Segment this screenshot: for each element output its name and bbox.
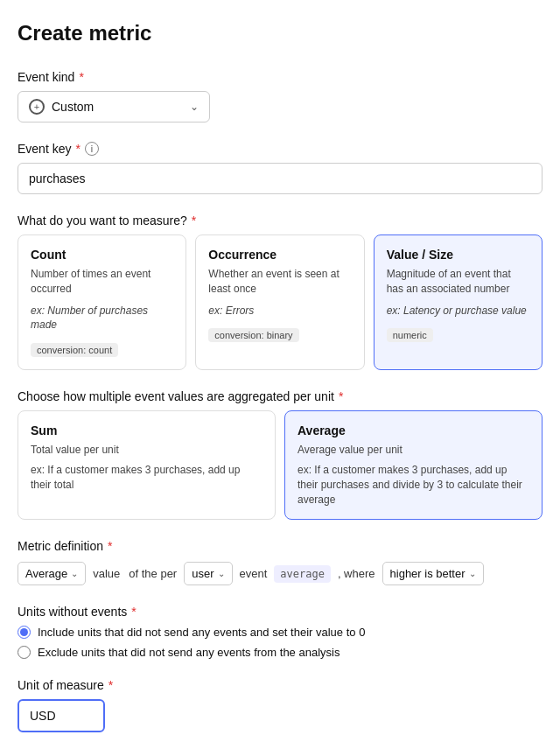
metric-def-row: Average ⌄ value of the per user ⌄ event … (18, 562, 542, 585)
units-without-events-section: Units without events * Include units tha… (18, 605, 542, 659)
agg-card-average[interactable]: Average Average value per unit ex: If a … (284, 410, 542, 520)
agg-average-desc: Average value per unit (298, 443, 529, 458)
unit-select[interactable]: user ⌄ (184, 562, 232, 585)
event-kind-value: Custom (52, 100, 94, 114)
agg-sum-desc: Total value per unit (31, 443, 262, 458)
measure-count-desc: Number of times an event occurred (31, 267, 173, 297)
agg-type-chevron: ⌄ (71, 569, 78, 578)
measure-card-occurrence[interactable]: Occurrence Whether an event is seen at l… (195, 234, 364, 370)
metric-def-required: * (108, 539, 112, 553)
unit-chevron: ⌄ (218, 569, 225, 578)
agg-sum-example: ex: If a customer makes 3 purchases, add… (31, 463, 262, 493)
units-without-events-label: Units without events * (18, 605, 542, 619)
metric-definition-section: Metric definition * Average ⌄ value of t… (18, 539, 542, 585)
aggregation-cards-row: Sum Total value per unit ex: If a custom… (18, 410, 542, 520)
agg-average-example: ex: If a customer makes 3 purchases, add… (298, 463, 529, 507)
units-radio-group: Include units that did not send any even… (18, 626, 542, 659)
event-key-section: Event key * i (18, 142, 542, 194)
measure-section: What do you want to measure? * Count Num… (18, 214, 542, 370)
agg-average-title: Average (298, 424, 529, 438)
radio-item-exclude: Exclude units that did not send any even… (18, 646, 542, 659)
per-text: of the per (127, 567, 178, 580)
radio-item-include: Include units that did not send any even… (18, 626, 542, 639)
metric-definition-label: Metric definition * (18, 539, 542, 553)
event-kind-required: * (79, 70, 83, 84)
measure-cards-row: Count Number of times an event occurred … (18, 234, 542, 370)
event-kind-dropdown[interactable]: Custom ⌄ (18, 91, 210, 122)
event-kind-label: Event kind * (18, 70, 542, 84)
radio-exclude[interactable] (18, 646, 31, 659)
measure-occurrence-badge: conversion: binary (208, 328, 298, 342)
event-key-required: * (75, 142, 80, 156)
measure-occurrence-example: ex: Errors (208, 304, 351, 318)
measure-card-count[interactable]: Count Number of times an event occurred … (18, 234, 186, 370)
measure-count-example: ex: Number of purchases made (31, 304, 173, 333)
event-badge: average (274, 565, 331, 583)
measure-occurrence-desc: Whether an event is seen at least once (208, 267, 351, 297)
unit-of-measure-section: Unit of measure * (18, 678, 542, 732)
unit-of-measure-label: Unit of measure * (18, 678, 542, 692)
units-without-events-required: * (131, 605, 136, 619)
direction-value: higher is better (390, 567, 466, 580)
event-key-label: Event key * i (18, 142, 542, 156)
page-title: Create metric (18, 21, 542, 46)
event-key-info-icon[interactable]: i (85, 142, 99, 156)
aggregation-required: * (339, 389, 343, 403)
aggregation-label: Choose how multiple event values are agg… (18, 389, 542, 403)
direction-select[interactable]: higher is better ⌄ (382, 562, 484, 585)
agg-type-value: Average (25, 567, 67, 580)
where-text: , where (336, 567, 377, 580)
measure-value-size-badge: numeric (387, 328, 433, 342)
unit-of-measure-required: * (108, 678, 113, 692)
event-text: event (238, 567, 270, 580)
radio-include-label: Include units that did not send any even… (38, 626, 365, 639)
measure-occurrence-title: Occurrence (208, 248, 351, 262)
aggregation-section: Choose how multiple event values are agg… (18, 389, 542, 520)
unit-of-measure-input[interactable] (18, 699, 105, 732)
of-text: value (91, 567, 122, 580)
radio-include[interactable] (18, 626, 31, 639)
chevron-down-icon: ⌄ (190, 101, 199, 113)
measure-card-value-size[interactable]: Value / Size Magnitude of an event that … (374, 234, 542, 370)
direction-chevron: ⌄ (469, 569, 476, 578)
custom-icon (29, 99, 45, 115)
measure-count-title: Count (31, 248, 173, 262)
agg-card-sum[interactable]: Sum Total value per unit ex: If a custom… (18, 410, 276, 520)
agg-sum-title: Sum (31, 424, 262, 438)
agg-type-select[interactable]: Average ⌄ (18, 562, 86, 585)
measure-required: * (192, 214, 196, 228)
measure-count-badge: conversion: count (31, 343, 118, 357)
event-kind-section: Event kind * Custom ⌄ (18, 70, 542, 122)
event-key-input[interactable] (18, 163, 542, 194)
radio-exclude-label: Exclude units that did not send any even… (38, 646, 340, 659)
measure-value-size-desc: Magnitude of an event that has an associ… (387, 267, 529, 297)
unit-value: user (192, 567, 214, 580)
measure-label: What do you want to measure? * (18, 214, 542, 228)
measure-value-size-example: ex: Latency or purchase value (387, 304, 529, 318)
measure-value-size-title: Value / Size (387, 248, 529, 262)
